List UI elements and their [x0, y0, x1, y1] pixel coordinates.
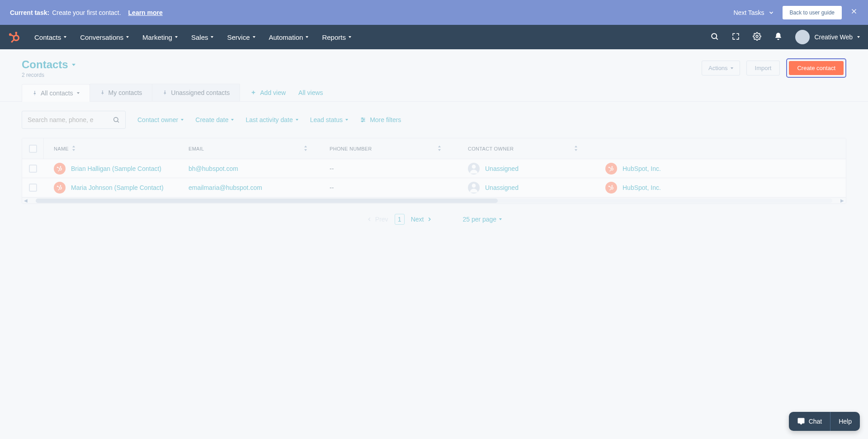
page-title-dropdown[interactable]: Contacts	[22, 58, 75, 71]
contact-name-link[interactable]: Maria Johnson (Sample Contact)	[71, 184, 164, 191]
tab-unassigned-contacts[interactable]: Unassigned contacts	[152, 84, 240, 101]
create-contact-highlight: Create contact	[786, 58, 846, 78]
contact-owner-link[interactable]: Unassigned	[485, 165, 519, 172]
svg-point-32	[60, 168, 62, 170]
table-row: Maria Johnson (Sample Contact) emailmari…	[22, 178, 846, 197]
company-link[interactable]: HubSpot, Inc.	[623, 184, 661, 191]
sort-icon[interactable]	[574, 146, 578, 152]
svg-marker-23	[72, 149, 75, 151]
chevron-right-icon	[426, 216, 433, 222]
svg-point-54	[612, 185, 613, 186]
sort-icon[interactable]	[303, 146, 308, 152]
top-nav: Contacts Conversations Marketing Sales S…	[0, 25, 868, 49]
next-page-button[interactable]: Next	[411, 216, 433, 223]
caret-down-icon	[77, 92, 80, 94]
nav-marketing[interactable]: Marketing	[142, 33, 178, 41]
create-contact-button[interactable]: Create contact	[789, 61, 844, 75]
row-checkbox[interactable]	[29, 184, 37, 192]
contact-avatar-icon	[54, 182, 66, 194]
nav-label: Sales	[191, 33, 208, 41]
settings-icon[interactable]	[753, 32, 761, 42]
import-button[interactable]: Import	[746, 61, 780, 76]
caret-down-icon	[296, 119, 298, 121]
row-checkbox[interactable]	[29, 165, 37, 173]
svg-point-55	[611, 187, 613, 189]
search-icon	[113, 116, 120, 123]
header-name: NAME	[54, 146, 69, 151]
contact-name-link[interactable]: Brian Halligan (Sample Contact)	[71, 165, 161, 172]
page-number[interactable]: 1	[395, 214, 405, 225]
scroll-thumb[interactable]	[36, 198, 498, 203]
filter-label: Create date	[195, 116, 228, 123]
per-page-label: 25 per page	[462, 216, 496, 223]
svg-point-59	[609, 189, 610, 190]
actions-button[interactable]: Actions	[702, 61, 740, 76]
more-filters-button[interactable]: More filters	[360, 116, 401, 123]
view-tabs: All contacts My contacts Unassigned cont…	[0, 84, 868, 102]
learn-more-link[interactable]: Learn more	[128, 9, 163, 16]
svg-line-35	[59, 170, 60, 170]
sort-icon[interactable]	[71, 146, 76, 152]
tab-all-contacts[interactable]: All contacts	[22, 84, 90, 102]
all-views-link[interactable]: All views	[298, 89, 323, 96]
plus-icon	[250, 90, 256, 95]
scroll-right-icon[interactable]: ▶	[839, 198, 846, 203]
owner-avatar-icon	[468, 182, 480, 194]
nav-label: Conversations	[80, 33, 123, 41]
select-all-checkbox[interactable]	[29, 145, 37, 153]
nav-label: Marketing	[142, 33, 172, 41]
svg-line-15	[118, 121, 119, 123]
sort-icon[interactable]	[437, 146, 442, 152]
contact-phone: --	[317, 184, 454, 191]
hubspot-logo-icon[interactable]	[8, 31, 21, 43]
nav-automation[interactable]: Automation	[269, 33, 309, 41]
svg-point-9	[712, 33, 717, 38]
add-view-button[interactable]: Add view	[250, 89, 286, 96]
nav-conversations[interactable]: Conversations	[80, 33, 129, 41]
svg-marker-29	[575, 149, 577, 151]
next-tasks-dropdown[interactable]: Next Tasks	[733, 9, 774, 16]
filter-lead-status[interactable]: Lead status	[310, 116, 348, 123]
svg-point-19	[362, 118, 363, 118]
nav-label: Contacts	[34, 33, 61, 41]
per-page-dropdown[interactable]: 25 per page	[462, 216, 502, 223]
svg-point-44	[609, 170, 610, 171]
search-box[interactable]	[22, 111, 126, 129]
svg-point-14	[114, 118, 118, 122]
filter-last-activity[interactable]: Last activity date	[245, 116, 298, 123]
marketplace-icon[interactable]	[731, 32, 740, 42]
filter-create-date[interactable]: Create date	[195, 116, 234, 123]
svg-point-47	[60, 187, 62, 189]
close-banner-icon[interactable]	[850, 7, 858, 18]
filters-bar: Contact owner Create date Last activity …	[0, 102, 868, 138]
filter-label: Lead status	[310, 116, 343, 123]
tab-my-contacts[interactable]: My contacts	[90, 84, 153, 101]
nav-sales[interactable]: Sales	[191, 33, 214, 41]
sliders-icon	[360, 117, 366, 123]
search-icon[interactable]	[710, 32, 719, 42]
filter-contact-owner[interactable]: Contact owner	[137, 116, 184, 123]
contact-email-link[interactable]: emailmaria@hubspot.com	[189, 184, 262, 191]
next-tasks-label: Next Tasks	[733, 9, 764, 16]
nav-service[interactable]: Service	[227, 33, 255, 41]
prev-page-button[interactable]: Prev	[366, 216, 388, 223]
filter-label: Last activity date	[245, 116, 292, 123]
account-menu[interactable]: Creative Web	[795, 30, 860, 44]
caret-down-icon	[175, 36, 178, 38]
contact-owner-link[interactable]: Unassigned	[485, 184, 519, 191]
svg-point-36	[58, 170, 59, 171]
search-input[interactable]	[28, 116, 113, 123]
notifications-icon[interactable]	[774, 32, 783, 42]
caret-down-icon	[731, 67, 733, 69]
scroll-left-icon[interactable]: ◀	[22, 198, 29, 203]
nav-label: Reports	[322, 33, 346, 41]
contact-phone: --	[317, 165, 454, 172]
caret-down-icon	[345, 119, 348, 121]
nav-contacts[interactable]: Contacts	[34, 33, 66, 41]
horizontal-scrollbar[interactable]: ◀ ▶	[22, 197, 846, 203]
contact-email-link[interactable]: bh@hubspot.com	[189, 165, 238, 172]
company-link[interactable]: HubSpot, Inc.	[623, 165, 661, 172]
nav-reports[interactable]: Reports	[322, 33, 351, 41]
record-count: 2 records	[22, 72, 75, 78]
back-to-guide-button[interactable]: Back to user guide	[783, 6, 842, 19]
